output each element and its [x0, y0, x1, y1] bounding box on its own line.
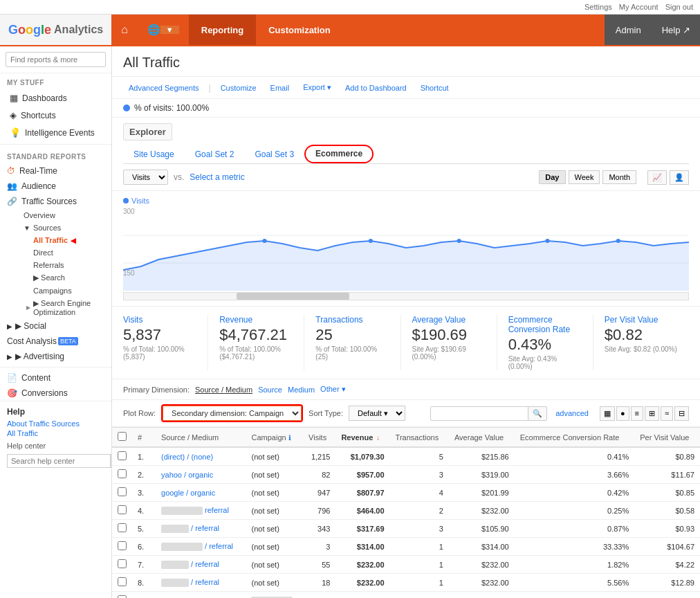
col-revenue[interactable]: Revenue ↓ [335, 428, 389, 448]
view-compare-button[interactable]: ≈ [661, 406, 673, 421]
table-filter-row: Plot Row: Secondary dimension: Campaign … [112, 400, 700, 427]
content-header: All Traffic [112, 46, 700, 77]
chart-scrollbar[interactable] [123, 292, 689, 300]
metric-transactions-label[interactable]: Transactions [315, 315, 389, 325]
sidebar-item-cost-analysis[interactable]: Cost Analysis BETA [0, 334, 111, 349]
sidebar-item-intelligence-events[interactable]: 💡 Intelligence Events [0, 124, 111, 141]
tab-ecommerce[interactable]: Ecommerce [304, 145, 374, 163]
advanced-segments-button[interactable]: Advanced Segments [123, 82, 205, 94]
sidebar-item-shortcuts[interactable]: ◈ Shortcuts [0, 107, 111, 124]
metric-per-visit-label[interactable]: Per Visit Value [605, 315, 678, 325]
row-source: yahoo / organic [156, 466, 246, 484]
sidebar-item-dashboards[interactable]: ▦ Dashboards [0, 89, 111, 107]
col-per-visit[interactable]: Per Visit Value [634, 428, 700, 448]
sidebar-item-conversions[interactable]: 🎯 Conversions [0, 386, 111, 401]
realtime-icon: ⏱ [7, 166, 15, 176]
col-avg-value[interactable]: Average Value [449, 428, 515, 448]
metric-avg-value-label[interactable]: Average Value [412, 315, 486, 325]
email-button[interactable]: Email [265, 82, 295, 94]
sidebar-sub-seo[interactable]: ▶ Search Engine Optimization [17, 297, 111, 318]
dim-other[interactable]: Other ▾ [320, 385, 346, 394]
sidebar-sub-overview[interactable]: Overview [17, 209, 111, 221]
chart-scroll-handle[interactable] [237, 293, 349, 300]
sidebar-item-social[interactable]: ▶ ▶ Social [0, 318, 111, 334]
row-visits: 3 [303, 538, 335, 556]
data-table-wrapper: # Source / Medium Campaign ℹ Visits Reve… [112, 427, 700, 598]
col-ecomm-rate[interactable]: Ecommerce Conversion Rate [515, 428, 635, 448]
visits-metric-dropdown[interactable]: Visits [123, 170, 168, 185]
nav-globe-button[interactable]: 🌐 ▼ [138, 15, 189, 45]
svg-point-7 [616, 239, 620, 243]
sidebar-item-audience[interactable]: 👥 Audience [0, 179, 111, 194]
time-day-button[interactable]: Day [539, 170, 565, 184]
metric-revenue-label[interactable]: Revenue [219, 315, 293, 325]
view-bar-button[interactable]: ≡ [631, 406, 643, 421]
tab-goal-set-3[interactable]: Goal Set 3 [244, 145, 304, 163]
metric-visits-label[interactable]: Visits [123, 315, 196, 325]
table-search-button[interactable]: 🔍 [528, 407, 546, 420]
row-source: / referral [156, 538, 246, 556]
sidebar-sub-sources[interactable]: ▼ Sources [17, 221, 111, 234]
row-conv-rate: 0.41% [515, 447, 635, 466]
tab-goal-set-2[interactable]: Goal Set 2 [185, 145, 245, 163]
col-visits[interactable]: Visits [303, 428, 335, 448]
time-month-button[interactable]: Month [602, 170, 636, 184]
row-campaign: (not set) [246, 556, 303, 574]
view-pivot-button[interactable]: ⊞ [645, 406, 659, 421]
sidebar-sub-referrals[interactable]: Referrals [26, 259, 111, 271]
row-conv-rate: 5.56% [515, 574, 635, 592]
chart-container: 300 150 [123, 208, 689, 291]
nav-home-button[interactable]: ⌂ [111, 15, 138, 45]
about-traffic-sources-link[interactable]: About Traffic Sources [7, 419, 104, 428]
export-button[interactable]: Export ▾ [297, 81, 337, 94]
sidebar-item-realtime[interactable]: ⏱ Real-Time [0, 163, 111, 179]
dim-source[interactable]: Source [258, 386, 282, 394]
all-traffic-arrow: ◀ [71, 237, 76, 244]
chart-bar-button[interactable]: 👤 [670, 170, 689, 185]
settings-link[interactable]: Settings [584, 3, 612, 11]
nav-reporting-tab[interactable]: Reporting [189, 15, 256, 45]
sort-type-select[interactable]: Default ▾ [349, 406, 405, 421]
property-selector[interactable]: ▼ [160, 26, 179, 34]
advanced-filter-link[interactable]: advanced [555, 409, 589, 417]
dim-source-medium[interactable]: Source / Medium [195, 386, 252, 394]
view-table-button[interactable]: ▦ [600, 406, 615, 421]
add-to-dashboard-button[interactable]: Add to Dashboard [340, 82, 412, 94]
row-num: 3. [132, 484, 156, 502]
shortcut-button[interactable]: Shortcut [415, 82, 454, 94]
my-account-link[interactable]: My Account [619, 3, 658, 11]
chart-type-buttons: 📈 👤 [647, 170, 689, 185]
col-campaign[interactable]: Campaign ℹ [246, 428, 303, 448]
sidebar-sub-campaigns[interactable]: Campaigns [26, 284, 111, 297]
col-transactions[interactable]: Transactions [390, 428, 449, 448]
sidebar-sub-search[interactable]: ▶ Search [26, 271, 111, 284]
nav-help-button[interactable]: Help ↗ [652, 15, 700, 45]
sidebar-item-content[interactable]: 📄 Content [0, 370, 111, 386]
customize-button[interactable]: Customize [215, 82, 262, 94]
help-search-input[interactable] [7, 454, 111, 468]
col-source-medium[interactable]: Source / Medium [156, 428, 246, 448]
select-all-checkbox[interactable] [118, 432, 127, 441]
row-visits: 343 [303, 520, 335, 538]
sidebar-item-traffic-sources[interactable]: 🔗 Traffic Sources [0, 194, 111, 209]
nav-admin-button[interactable]: Admin [605, 15, 652, 45]
select-metric-link[interactable]: Select a metric [190, 172, 244, 182]
tab-site-usage[interactable]: Site Usage [123, 145, 185, 163]
secondary-dim-select[interactable]: Secondary dimension: Campaign [163, 406, 302, 421]
metric-conv-rate-value: 0.43% [508, 336, 582, 354]
sign-out-link[interactable]: Sign out [665, 3, 693, 11]
sidebar-sub-all-traffic[interactable]: All Traffic ◀ [26, 234, 111, 246]
time-week-button[interactable]: Week [569, 170, 600, 184]
table-search-input[interactable] [431, 407, 528, 419]
view-options-button[interactable]: ⊟ [674, 406, 689, 421]
sidebar-search-input[interactable] [6, 52, 106, 67]
chart-line-button[interactable]: 📈 [647, 170, 667, 185]
sidebar-sub-direct[interactable]: Direct [26, 246, 111, 259]
nav-customization-tab[interactable]: Customization [256, 15, 343, 45]
dim-medium[interactable]: Medium [288, 386, 315, 394]
sidebar-item-advertising[interactable]: ▶ ▶ Advertising [0, 349, 111, 364]
view-pie-button[interactable]: ● [616, 406, 629, 421]
segment-dot [123, 105, 130, 111]
metric-conv-rate-label[interactable]: Ecommerce Conversion Rate [508, 315, 582, 334]
all-traffic-help-link[interactable]: All Traffic [7, 429, 104, 437]
